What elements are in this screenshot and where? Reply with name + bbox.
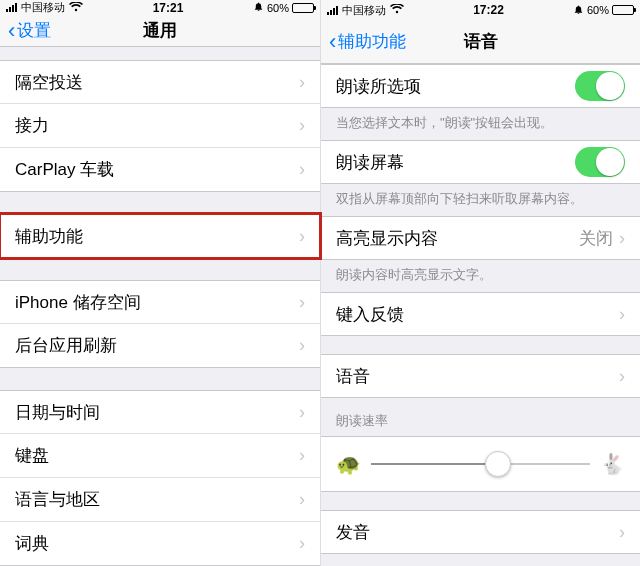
chevron-left-icon: ‹ [8, 20, 15, 42]
chevron-right-icon: › [299, 72, 305, 93]
row-label: 朗读所选项 [336, 75, 575, 98]
row-detail: 关闭 [579, 227, 613, 250]
chevron-right-icon: › [299, 445, 305, 466]
back-button[interactable]: ‹ 设置 [0, 19, 59, 42]
tortoise-icon: 🐢 [336, 452, 361, 476]
chevron-left-icon: ‹ [329, 31, 336, 53]
row-carplay[interactable]: CarPlay 车载 › [0, 148, 320, 192]
battery-icon [612, 5, 634, 15]
row-label: 词典 [15, 532, 299, 555]
signal-icon [327, 6, 338, 15]
row-airdrop[interactable]: 隔空投送 › [0, 60, 320, 104]
row-label: 朗读屏幕 [336, 151, 575, 174]
status-time: 17:21 [153, 1, 184, 15]
section-header-rate: 朗读速率 [321, 398, 640, 436]
row-label: 键入反馈 [336, 303, 619, 326]
chevron-right-icon: › [299, 226, 305, 247]
back-label: 设置 [17, 19, 51, 42]
screen-general: 中国移动 17:21 60% ‹ 设置 通用 隔空投送 › 接力 › CarPl… [0, 0, 320, 566]
signal-icon [6, 3, 17, 12]
hare-icon: 🐇 [600, 452, 625, 476]
row-date-time[interactable]: 日期与时间 › [0, 390, 320, 434]
row-speaking-rate: 🐢 🐇 [321, 436, 640, 492]
back-label: 辅助功能 [338, 30, 406, 53]
status-bar: 中国移动 17:22 60% [321, 0, 640, 20]
nav-bar: ‹ 辅助功能 语音 [321, 20, 640, 64]
chevron-right-icon: › [299, 159, 305, 180]
row-label: 高亮显示内容 [336, 227, 579, 250]
note-highlight: 朗读内容时高亮显示文字。 [321, 260, 640, 292]
status-time: 17:22 [473, 3, 504, 17]
row-background-refresh[interactable]: 后台应用刷新 › [0, 324, 320, 368]
chevron-right-icon: › [299, 115, 305, 136]
row-accessibility[interactable]: 辅助功能 › [0, 214, 320, 258]
chevron-right-icon: › [619, 228, 625, 249]
status-bar: 中国移动 17:21 60% [0, 0, 320, 15]
row-voice[interactable]: 语音 › [321, 354, 640, 398]
row-keyboard[interactable]: 键盘 › [0, 434, 320, 478]
row-highlight-content[interactable]: 高亮显示内容 关闭 › [321, 216, 640, 260]
row-speak-selection[interactable]: 朗读所选项 [321, 64, 640, 108]
carrier: 中国移动 [21, 0, 65, 15]
note-speak-selection: 当您选择文本时，"朗读"按钮会出现。 [321, 108, 640, 140]
chevron-right-icon: › [619, 366, 625, 387]
row-iphone-storage[interactable]: iPhone 储存空间 › [0, 280, 320, 324]
row-pronunciation[interactable]: 发音 › [321, 510, 640, 554]
chevron-right-icon: › [299, 489, 305, 510]
chevron-right-icon: › [619, 522, 625, 543]
chevron-right-icon: › [619, 304, 625, 325]
row-label: 发音 [336, 521, 619, 544]
chevron-right-icon: › [299, 292, 305, 313]
chevron-right-icon: › [299, 335, 305, 356]
row-label: iPhone 储存空间 [15, 291, 299, 314]
battery-percent: 60% [587, 4, 609, 16]
row-label: 后台应用刷新 [15, 334, 299, 357]
battery-percent: 60% [267, 2, 289, 14]
carrier: 中国移动 [342, 3, 386, 18]
row-label: 接力 [15, 114, 299, 137]
slider-thumb[interactable] [485, 451, 511, 477]
row-speak-screen[interactable]: 朗读屏幕 [321, 140, 640, 184]
row-label: 日期与时间 [15, 401, 299, 424]
chevron-right-icon: › [299, 533, 305, 554]
row-dictionary[interactable]: 词典 › [0, 522, 320, 566]
switch-speak-selection[interactable] [575, 71, 625, 101]
note-speak-screen: 双指从屏幕顶部向下轻扫来听取屏幕内容。 [321, 184, 640, 216]
wifi-icon [69, 2, 83, 14]
alarm-icon [573, 4, 584, 17]
nav-bar: ‹ 设置 通用 [0, 15, 320, 47]
row-language-region[interactable]: 语言与地区 › [0, 478, 320, 522]
wifi-icon [390, 4, 404, 16]
screen-speech: 中国移动 17:22 60% ‹ 辅助功能 语音 朗读所选项 当您选择文本时，"… [320, 0, 640, 566]
row-typing-feedback[interactable]: 键入反馈 › [321, 292, 640, 336]
row-label: 键盘 [15, 444, 299, 467]
alarm-icon [253, 1, 264, 14]
battery-icon [292, 3, 314, 13]
rate-slider[interactable] [371, 463, 590, 465]
row-label: 辅助功能 [15, 225, 299, 248]
switch-speak-screen[interactable] [575, 147, 625, 177]
row-handoff[interactable]: 接力 › [0, 104, 320, 148]
row-label: 语音 [336, 365, 619, 388]
chevron-right-icon: › [299, 402, 305, 423]
row-label: 隔空投送 [15, 71, 299, 94]
row-label: 语言与地区 [15, 488, 299, 511]
back-button[interactable]: ‹ 辅助功能 [321, 30, 414, 53]
row-label: CarPlay 车载 [15, 158, 299, 181]
